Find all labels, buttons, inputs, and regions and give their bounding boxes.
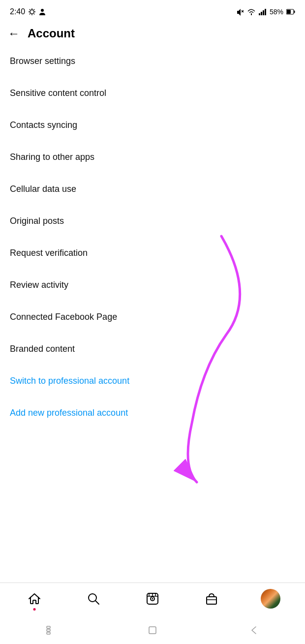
svg-rect-18 xyxy=(287,10,291,14)
bottom-nav xyxy=(0,583,305,614)
battery-text: 58% xyxy=(270,8,283,16)
svg-point-9 xyxy=(41,9,44,12)
svg-rect-33 xyxy=(47,632,50,634)
nav-home[interactable] xyxy=(24,588,45,610)
svg-rect-12 xyxy=(259,13,260,15)
menu-item-original-posts[interactable]: Original posts xyxy=(0,205,305,237)
menu-item-branded-content[interactable]: Branded content xyxy=(0,333,305,365)
brightness-icon xyxy=(28,8,36,16)
menu-item-contacts-syncing[interactable]: Contacts syncing xyxy=(0,109,305,141)
page-header: ← Account xyxy=(0,22,305,45)
android-back-button[interactable] xyxy=(249,625,260,636)
menu-item-review-activity[interactable]: Review activity xyxy=(0,269,305,301)
profile-icon xyxy=(260,588,281,610)
menu-item-add-professional[interactable]: Add new professional account xyxy=(0,397,305,429)
svg-line-21 xyxy=(95,601,99,604)
svg-line-5 xyxy=(30,9,30,10)
menu-item-request-verification[interactable]: Request verification xyxy=(0,237,305,269)
svg-rect-31 xyxy=(47,626,50,628)
svg-rect-32 xyxy=(47,629,50,631)
menu-item-cellular-data[interactable]: Cellular data use xyxy=(0,173,305,205)
menu-item-sensitive-content[interactable]: Sensitive content control xyxy=(0,77,305,109)
menu-list: Browser settings Sensitive content contr… xyxy=(0,45,305,429)
nav-reels[interactable] xyxy=(142,588,163,610)
nav-shop[interactable] xyxy=(201,588,222,610)
status-time: 2:40 xyxy=(10,7,46,16)
svg-rect-13 xyxy=(261,12,262,15)
wifi-icon xyxy=(247,8,256,15)
menu-item-switch-professional[interactable]: Switch to professional account xyxy=(0,365,305,397)
svg-rect-14 xyxy=(263,10,264,15)
svg-point-24 xyxy=(152,598,153,600)
svg-line-7 xyxy=(34,9,34,10)
shop-icon xyxy=(201,588,222,610)
svg-line-6 xyxy=(34,14,34,14)
nav-search[interactable] xyxy=(83,588,104,610)
menu-item-connected-facebook[interactable]: Connected Facebook Page xyxy=(0,301,305,333)
android-recents-button[interactable] xyxy=(45,625,56,636)
search-icon xyxy=(83,588,104,610)
menu-item-browser-settings[interactable]: Browser settings xyxy=(0,45,305,77)
battery-icon xyxy=(286,9,295,15)
svg-rect-15 xyxy=(265,9,266,15)
mute-icon xyxy=(236,8,244,16)
person-icon xyxy=(39,8,46,16)
reels-icon xyxy=(142,588,163,610)
nav-profile[interactable] xyxy=(260,588,281,610)
android-home-button[interactable] xyxy=(147,625,158,636)
home-icon xyxy=(24,588,45,610)
svg-rect-29 xyxy=(207,597,216,604)
page-title: Account xyxy=(28,27,75,40)
svg-rect-34 xyxy=(149,627,156,634)
status-icons: 58% xyxy=(236,8,295,16)
svg-point-0 xyxy=(30,10,34,14)
back-button[interactable]: ← xyxy=(8,27,20,40)
avatar xyxy=(261,589,280,609)
home-active-dot xyxy=(33,608,36,611)
svg-line-8 xyxy=(30,14,30,14)
signal-icon xyxy=(259,8,267,15)
menu-item-sharing-other-apps[interactable]: Sharing to other apps xyxy=(0,141,305,173)
svg-rect-17 xyxy=(294,11,295,13)
android-nav-bar xyxy=(0,616,305,644)
status-bar: 2:40 xyxy=(0,0,305,22)
